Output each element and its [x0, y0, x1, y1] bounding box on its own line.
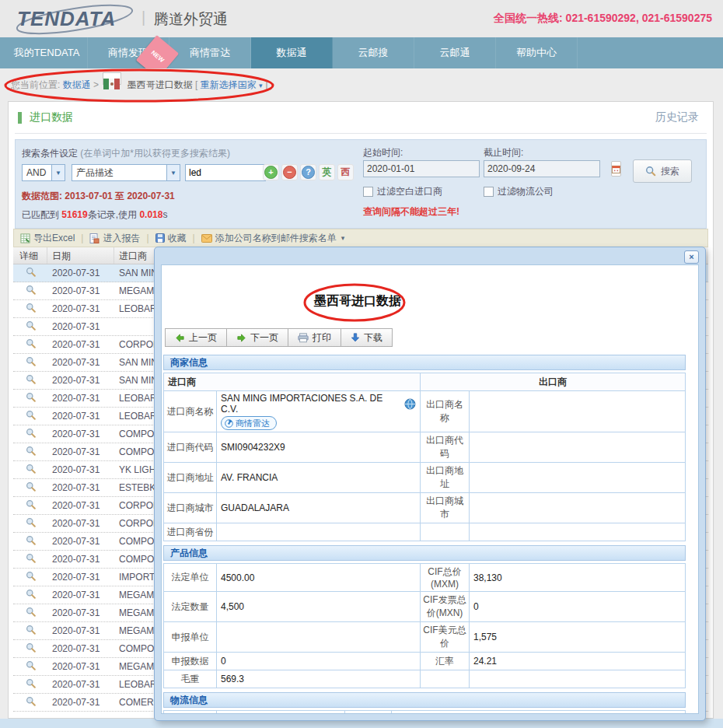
toolbar-separator: | — [81, 233, 83, 243]
view-detail-button[interactable] — [13, 481, 47, 494]
view-detail-button[interactable] — [13, 338, 47, 351]
view-detail-button[interactable] — [13, 607, 47, 619]
row-date: 2020-07-31 — [47, 393, 114, 404]
view-detail-button[interactable] — [13, 696, 47, 709]
nav-tab[interactable]: 帮助中心 — [496, 37, 578, 68]
row-date: 2020-07-31 — [47, 607, 114, 618]
breadcrumb-current: 墨西哥进口数据 — [127, 79, 193, 90]
filter-logistics-checkbox[interactable] — [484, 187, 494, 197]
view-detail-button[interactable] — [13, 678, 47, 691]
history-link[interactable]: 历史记录 — [655, 110, 699, 124]
search-button[interactable]: 搜索 — [633, 159, 692, 183]
column-header-detail[interactable]: 详细 — [13, 247, 47, 264]
chevron-down-icon[interactable]: ▾ — [259, 82, 263, 89]
help-button[interactable]: ? — [300, 164, 316, 180]
favorite-button[interactable]: 收藏 — [155, 232, 187, 245]
end-date-input[interactable] — [484, 163, 611, 174]
export-excel-button[interactable]: 导出Excel — [20, 232, 75, 245]
row-date: 2020-07-31 — [47, 697, 114, 708]
view-detail-button[interactable] — [13, 589, 47, 601]
reselect-country-link[interactable]: 重新选择国家 — [201, 79, 257, 90]
boolean-operator-select[interactable]: AND ▼ — [22, 164, 65, 181]
chevron-down-icon[interactable]: ▼ — [166, 165, 180, 180]
nav-tab[interactable]: 数据通 — [251, 37, 333, 68]
view-detail-button[interactable] — [13, 446, 47, 458]
importer-name-row: 进口商名称 SAN MING IMPORTACIONES S.A. DE C.V… — [164, 391, 686, 432]
elapsed-time: 0.018 — [139, 209, 162, 220]
magnifier-icon — [26, 464, 36, 474]
nav-tab-label: 数据通 — [277, 47, 307, 58]
view-detail-button[interactable] — [13, 428, 47, 440]
print-button[interactable]: 打印 — [288, 328, 341, 347]
filter-blank-importer-checkbox[interactable] — [363, 187, 373, 197]
nav-tab[interactable]: 我的TENDATA — [6, 37, 88, 68]
magnifier-icon — [26, 481, 36, 492]
view-detail-button[interactable] — [13, 535, 47, 548]
download-button[interactable]: 下载 — [341, 328, 393, 347]
view-detail-button[interactable] — [13, 320, 47, 333]
view-detail-button[interactable] — [13, 356, 47, 369]
lang-spanish-button[interactable]: 西 — [337, 164, 354, 180]
nav-tab[interactable]: 商情雷达 — [169, 37, 251, 68]
view-detail-button[interactable] — [13, 499, 47, 512]
field-label: 毛重 — [164, 670, 217, 688]
view-detail-button[interactable] — [13, 392, 47, 404]
product-row: 毛重 569.3 — [164, 670, 686, 688]
view-detail-button[interactable] — [13, 303, 47, 315]
hotline-text: 全国统一热线: 021-61590292, 021-61590275 — [494, 12, 712, 26]
download-icon — [351, 333, 360, 342]
view-detail-button[interactable] — [13, 642, 47, 655]
enter-report-button[interactable]: 进入报告 — [89, 232, 140, 245]
product-table: 法定单位 4500.00 CIF总价(MXM) 38,130 法定数量 4,50… — [163, 563, 686, 688]
add-condition-button[interactable]: + — [263, 164, 279, 180]
view-detail-button[interactable] — [13, 267, 47, 279]
row-date: 2020-07-31 — [47, 518, 114, 529]
add-to-mail-list-button[interactable]: 添加公司名称到邮件搜索名单 ▾ — [201, 232, 345, 245]
field-value: 2020-07-31 — [392, 711, 686, 715]
globe-icon[interactable] — [404, 398, 416, 410]
nav-tab[interactable]: 云邮通 — [414, 37, 496, 68]
breadcrumb-link-datahub[interactable]: 数据通 — [63, 79, 91, 90]
view-detail-button[interactable] — [13, 660, 47, 673]
column-header-date[interactable]: 日期 — [47, 247, 114, 264]
plus-icon: + — [264, 166, 278, 179]
calendar-icon[interactable] — [611, 161, 621, 177]
view-detail-button[interactable] — [13, 553, 47, 565]
field-value: 4,500 — [217, 592, 421, 622]
next-page-button[interactable]: 下一页 — [226, 328, 288, 347]
close-button[interactable]: × — [684, 250, 699, 264]
page-title: 进口数据 — [30, 110, 73, 124]
start-date-input[interactable] — [364, 163, 491, 174]
view-detail-button[interactable] — [13, 285, 47, 297]
field-value: 24.21 — [470, 653, 686, 670]
main-nav: 我的TENDATA 商情发现 NEW 商情雷达 数据通 云邮搜 云邮通 帮助中心 — [0, 37, 723, 68]
view-detail-button[interactable] — [13, 625, 47, 637]
tendata-logo[interactable]: TENDATA — [17, 4, 138, 33]
view-detail-button[interactable] — [13, 410, 47, 422]
chevron-down-icon[interactable]: ▼ — [51, 165, 65, 180]
row-date: 2020-07-31 — [47, 500, 114, 511]
search-field-select[interactable]: 产品描述 ▼ — [72, 164, 180, 181]
remove-condition-button[interactable]: − — [281, 164, 298, 180]
view-detail-button[interactable] — [13, 464, 47, 476]
lang-english-button[interactable]: 英 — [319, 164, 335, 180]
radar-icon — [225, 419, 233, 428]
keyword-input[interactable] — [185, 164, 266, 181]
magnifier-icon — [26, 607, 36, 617]
nav-tab[interactable]: 商情发现 NEW — [88, 37, 169, 68]
view-detail-button[interactable] — [13, 571, 47, 583]
matched-count: 51619 — [61, 209, 87, 220]
start-date-field — [363, 160, 480, 177]
field-value — [470, 523, 686, 541]
mail-icon — [201, 234, 212, 243]
magnifier-icon — [26, 660, 36, 670]
minus-icon: − — [283, 166, 296, 179]
start-date-label: 起始时间: — [363, 146, 403, 159]
view-detail-button[interactable] — [13, 517, 47, 530]
prev-page-button[interactable]: 上一页 — [165, 328, 227, 347]
field-label: 法定数量 — [164, 592, 217, 622]
nav-tab[interactable]: 云邮搜 — [333, 37, 414, 68]
business-radar-badge[interactable]: 商情雷达 — [221, 416, 277, 430]
view-detail-button[interactable] — [13, 374, 47, 387]
field-value: 85437099 — [217, 711, 345, 715]
